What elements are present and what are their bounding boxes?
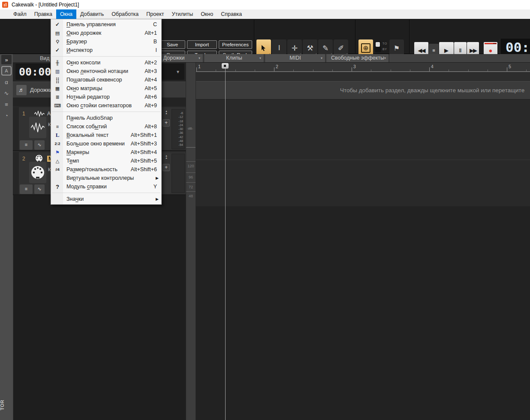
menu-item-label: Окно дорожек (64, 30, 145, 36)
menu-item[interactable]: ▦Окно матрицыAlt+5 (51, 84, 161, 93)
menu-item[interactable]: ⚲БраузерB (51, 37, 161, 46)
track-avatar[interactable] (29, 162, 46, 183)
pitch-scale-tick (186, 172, 196, 173)
menu-item[interactable]: ╫Окно консолиAlt+2 (51, 58, 161, 67)
snap-to-label: TO (382, 42, 387, 45)
menu-item[interactable]: ⚑МаркерыAlt+Shift+4 (51, 148, 161, 157)
menu-item[interactable]: ?Модуль справкиY (51, 182, 161, 191)
expand-track-button[interactable]: ▲ ▲ (163, 155, 170, 159)
menu-item-label: Браузер (64, 39, 154, 45)
music-note-icon[interactable]: ♬ (16, 85, 27, 95)
menubar-item-2[interactable]: Правка (30, 9, 56, 19)
menu-item[interactable]: Значки▶ (51, 195, 161, 203)
menu-item[interactable]: 2:2Большое окно времениAlt+Shift+3 (51, 139, 161, 148)
text-tool-icon[interactable]: A (1, 66, 12, 76)
menu-item[interactable]: ≣Нотный редакторAlt+6 (51, 93, 161, 101)
tab-клипы[interactable]: Клипы▾ (205, 54, 265, 62)
track-avatar[interactable] (29, 117, 46, 138)
menu-item[interactable]: ✓Панель управленияC (51, 20, 161, 29)
melodyne-icon[interactable]: α (1, 77, 12, 87)
menu-shortcut: Alt+Shift+6 (131, 166, 161, 172)
menu-item[interactable]: ▥Окно ленточной нотацииAlt+3 (51, 67, 161, 76)
menu-item-label: Окно матрицы (64, 85, 145, 91)
menubar-item-8[interactable]: Окно (197, 9, 217, 19)
menubar-item-7[interactable]: Утилиты (168, 9, 197, 19)
menubar-item-9[interactable]: Справка (217, 9, 246, 19)
synth-rack-icon: ⌨ (51, 103, 64, 109)
menu-item[interactable]: ⌨Окно стойки синтезаторовAlt+9 (51, 101, 161, 110)
tab-midi[interactable]: MIDI▾ (265, 54, 326, 62)
menu-lines-icon[interactable]: ≡ (1, 100, 12, 109)
menu-shortcut: Alt+8 (145, 124, 161, 130)
chevron-down-icon[interactable]: ▾ (199, 54, 200, 62)
collapse-chevrons-icon[interactable]: » (1, 55, 12, 64)
tab-свободные-эффекты[interactable]: Свободные эффекты▾ (327, 54, 389, 62)
take-lanes-button[interactable]: ≡ (20, 184, 33, 194)
automation-lanes-button[interactable]: ∿ (34, 140, 45, 150)
menu-item[interactable]: △ТемпAlt+Shift+5 (51, 157, 161, 165)
preferences-button[interactable]: Preferences (219, 40, 252, 49)
menu-shortcut: C (153, 21, 161, 27)
chevron-down-icon[interactable]: ▾ (259, 54, 261, 62)
arranger-track[interactable]: Чтобы добавить раздел, дважды щелкните м… (196, 81, 530, 100)
menu-item[interactable]: Виртуальные контроллеры▶ (51, 174, 161, 182)
take-lanes-button[interactable]: ≡ (20, 140, 33, 150)
menu-shortcut: Y (154, 184, 161, 190)
meter-scale-strip[interactable]: dB- 120967248 (186, 63, 196, 420)
track-boundary-line (196, 160, 530, 160)
meter-scale-label: -24 (178, 124, 183, 127)
tab-label: Свободные эффекты (331, 55, 384, 61)
navigator-tab[interactable]: TOR (0, 400, 5, 411)
arranger-hint-text: Чтобы добавить раздел, дважды щелкните м… (340, 87, 524, 94)
import-button[interactable]: Import (187, 40, 217, 49)
menu-item[interactable]: ▤Окно дорожекAlt+1 (51, 29, 161, 37)
menu-item[interactable]: ♯4Размер/тональностьAlt+Shift+6 (51, 165, 161, 174)
clips-empty-area (196, 206, 530, 420)
automation-lanes-button[interactable]: ∿ (34, 184, 45, 194)
menu-item[interactable]: Панель AudioSnap (51, 114, 161, 122)
ruler-measure-number: 1 (198, 64, 201, 69)
tracks-pane-title: Дорожки (30, 87, 52, 93)
menu-item[interactable]: ✓ИнспекторI (51, 46, 161, 54)
playhead-line[interactable] (225, 69, 226, 420)
chevron-down-icon[interactable]: ▼ (176, 69, 180, 74)
view-menu[interactable]: Вид (40, 55, 50, 61)
ruler-minor-tick (391, 69, 391, 71)
chevron-down-icon[interactable]: ▾ (321, 54, 322, 62)
menu-item[interactable]: ⣿Пошаговый секвенсорAlt+4 (51, 76, 161, 84)
menubar-item-1[interactable]: Файл (9, 9, 30, 19)
console-icon: ╫ (51, 60, 64, 65)
snap-to-by-toggle[interactable] (375, 41, 381, 52)
menu-shortcut: Alt+4 (145, 77, 161, 83)
track-window-icon: ▤ (51, 30, 64, 36)
check-icon: ✓ (51, 21, 64, 27)
meter-scale-label: -18 (178, 120, 183, 123)
lyrics-icon: L (51, 132, 64, 139)
menubar-item-5[interactable]: Обработка (108, 9, 142, 19)
menu-item-label: Значки (64, 196, 157, 202)
track-number: 2 (22, 156, 28, 162)
save-button[interactable]: Save (160, 40, 185, 49)
ruler-minor-tick (488, 69, 488, 71)
menubar-item-4[interactable]: Добавить (76, 9, 108, 19)
audio-waveform-icon[interactable]: ∿ (1, 88, 12, 98)
chevron-down-icon[interactable]: ▾ (384, 54, 386, 62)
add-lane-button[interactable]: + (163, 164, 170, 171)
menu-item-label: Виртуальные контроллеры (64, 175, 157, 181)
menu-bar: ФайлПравкаОкнаДобавитьОбработкаПроектУти… (0, 9, 530, 19)
menubar-item-3[interactable]: Окна (56, 9, 76, 19)
menu-item-label: Панель AudioSnap (64, 115, 157, 121)
time-ruler[interactable]: 12345 (196, 63, 530, 72)
clips-pane[interactable]: 12345 Чтобы добавить раздел, дважды щелк… (196, 63, 530, 420)
clock-icon[interactable]: ◔ (1, 111, 12, 120)
playhead-marker[interactable] (222, 63, 229, 69)
add-lane-button[interactable]: + (163, 119, 170, 127)
expand-track-button[interactable]: ▲ ▲ (163, 110, 170, 115)
track-name[interactable]: A (47, 111, 51, 117)
menu-item-label: Вокальный текст (64, 132, 131, 138)
menu-item[interactable]: ≡Список событийAlt+8 (51, 122, 161, 131)
menubar-item-6[interactable]: Проект (142, 9, 168, 19)
waveform-avatar-icon (31, 122, 45, 133)
menu-item-label: Нотный редактор (64, 94, 145, 100)
menu-item[interactable]: LВокальный текстAlt+Shift+1 (51, 131, 161, 139)
